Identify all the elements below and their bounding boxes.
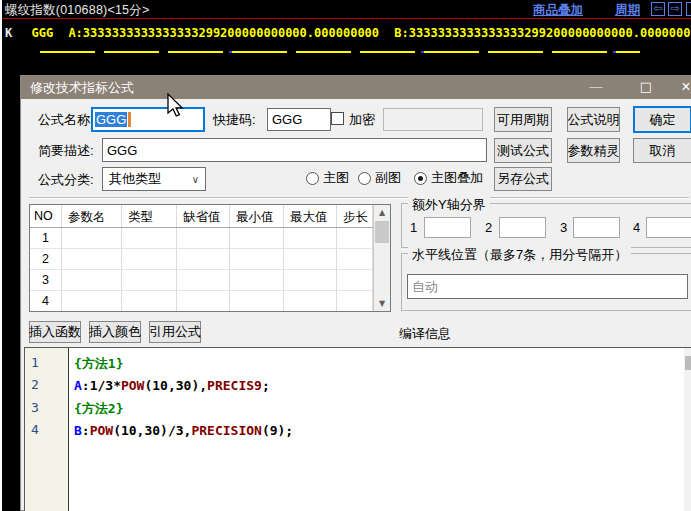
window-left-edge <box>0 0 2 511</box>
y-axis-input-3[interactable] <box>573 217 620 238</box>
table-row[interactable]: 1 <box>30 228 390 249</box>
test-formula-button[interactable]: 测试公式 <box>494 138 552 163</box>
chart-type-label: K <box>5 26 12 40</box>
period-link[interactable]: 周期 <box>615 2 640 19</box>
table-header-cell: 步长 <box>337 205 373 227</box>
minimize-button[interactable]: — <box>581 76 611 99</box>
table-row[interactable]: 2 <box>30 249 390 270</box>
param-wizard-button[interactable]: 参数精灵 <box>567 138 620 163</box>
table-cell <box>337 249 373 269</box>
save-as-button[interactable]: 另存公式 <box>494 167 552 191</box>
usable-period-button[interactable]: 可用周期 <box>494 107 552 132</box>
editor-scrollbar[interactable] <box>684 348 691 511</box>
formula-code-editor[interactable]: 1234 {方法1}A:1/3*POW(10,30),PRECIS9;{方法2}… <box>24 347 691 511</box>
ok-button[interactable]: 确定 <box>633 106 691 133</box>
code-line: {方法1} <box>74 353 293 375</box>
chart-title: 螺纹指数(010688)<15分> <box>5 2 149 19</box>
indicator-value-line: K GGG A:3333333333333333299200000000000.… <box>5 26 691 40</box>
y-axis-groupbox: 额外Y轴分界 1234 <box>401 203 691 248</box>
table-row[interactable]: 4 <box>30 291 390 312</box>
table-row-number: 3 <box>30 270 62 290</box>
table-cell <box>230 291 284 311</box>
table-cell <box>337 228 373 248</box>
line-number: 1 <box>25 353 68 375</box>
y-axis-input-1[interactable] <box>424 217 471 238</box>
y-axis-input-4[interactable] <box>646 217 691 238</box>
code-segment: B <box>74 423 82 438</box>
cancel-button[interactable]: 取消 <box>633 138 691 163</box>
line-number: 4 <box>25 420 68 442</box>
code-segment: PRECISION <box>191 423 261 438</box>
radio-circle-icon <box>358 172 371 185</box>
code-segment: ; <box>262 378 270 393</box>
radio-option-1[interactable]: 副图 <box>358 169 401 187</box>
separator <box>29 197 689 199</box>
hline-groupbox: 水平线位置（最多7条，用分号隔开） <box>401 253 691 311</box>
indicator-name: GGG <box>31 26 53 40</box>
radio-circle-icon <box>414 172 427 185</box>
table-header-row: NO参数名类型缺省值最小值最大值步长 <box>30 205 390 228</box>
table-row-number: 4 <box>30 291 62 311</box>
scroll-up-icon[interactable]: ▲ <box>374 205 390 220</box>
radio-option-0[interactable]: 主图 <box>306 169 349 187</box>
scroll-thumb[interactable] <box>375 221 389 243</box>
table-cell <box>284 228 337 248</box>
formula-name-input[interactable]: GGG <box>91 107 205 132</box>
insert-color-button[interactable]: 插入颜色 <box>89 321 141 343</box>
shortcut-input[interactable] <box>267 108 331 131</box>
encrypt-label: 加密 <box>349 111 375 129</box>
indicator-b-value: B:3333333333333333299200000000000.000000… <box>394 26 691 40</box>
hline-legend: 水平线位置（最多7条，用分号隔开） <box>408 246 631 264</box>
table-cell <box>230 228 284 248</box>
nav-button-partial[interactable] <box>686 2 691 16</box>
encrypt-checkbox[interactable] <box>331 112 344 125</box>
table-cell <box>62 249 122 269</box>
hline-input[interactable] <box>407 274 688 299</box>
scroll-down-icon[interactable]: ▼ <box>374 296 390 311</box>
shortcut-label: 快捷码: <box>213 111 256 129</box>
y-axis-input-2[interactable] <box>499 217 546 238</box>
radio-label: 主图 <box>323 169 349 187</box>
code-segment: (9); <box>262 423 293 438</box>
formula-help-button[interactable]: 公式说明 <box>567 107 620 132</box>
code-segment: {方法2} <box>74 401 123 416</box>
code-segment: POW <box>90 423 113 438</box>
description-input[interactable] <box>102 138 487 162</box>
code-line: A:1/3*POW(10,30),PRECIS9; <box>74 375 293 397</box>
table-cell <box>62 228 122 248</box>
screen: 螺纹指数(010688)<15分> 商品叠加 周期 ⇦ ⇨ K GGG A:33… <box>0 0 691 511</box>
table-header-cell: 类型 <box>122 205 177 227</box>
insert-function-button[interactable]: 插入函数 <box>29 321 81 343</box>
code-segment: (10,30)/3, <box>113 423 191 438</box>
table-header-cell: 缺省值 <box>177 205 230 227</box>
param-table: NO参数名类型缺省值最小值最大值步长 1234 ▲ ▼ <box>29 204 391 312</box>
code-segment: PRECIS9 <box>207 378 262 393</box>
code-line: B:POW(10,30)/3,PRECISION(9); <box>74 420 293 442</box>
next-arrow-button[interactable]: ⇨ <box>668 2 682 16</box>
maximize-button[interactable]: □ <box>631 76 661 99</box>
table-cell <box>284 291 337 311</box>
table-row[interactable]: 3 <box>30 270 390 291</box>
formula-name-label: 公式名称: <box>38 111 94 129</box>
code-segment: A <box>74 378 82 393</box>
y-axis-item-label: 1 <box>410 220 417 235</box>
indicator-plot-line <box>40 51 640 53</box>
ref-formula-button[interactable]: 引用公式 <box>149 321 201 343</box>
table-header-cell: 参数名 <box>62 205 122 227</box>
y-axis-item-label: 3 <box>560 220 567 235</box>
radio-circle-icon <box>306 172 319 185</box>
code-segment: : <box>82 423 90 438</box>
table-header-cell: NO <box>30 205 62 227</box>
text-caret <box>128 112 131 127</box>
overlay-link[interactable]: 商品叠加 <box>533 2 583 19</box>
y-axis-item-label: 2 <box>485 220 492 235</box>
table-row-number: 1 <box>30 228 62 248</box>
formula-editor-dialog: 修改技术指标公式 — □ × 公式名称: GGG 快捷码: 加密 可用周期 公式… <box>20 75 691 511</box>
table-cell <box>177 270 230 290</box>
prev-arrow-button[interactable]: ⇦ <box>651 2 665 16</box>
close-icon[interactable]: × <box>671 76 691 99</box>
table-cell <box>230 270 284 290</box>
category-dropdown[interactable]: 其他类型 ∨ <box>102 167 206 191</box>
table-cell <box>62 291 122 311</box>
radio-option-2[interactable]: 主图叠加 <box>414 169 483 187</box>
